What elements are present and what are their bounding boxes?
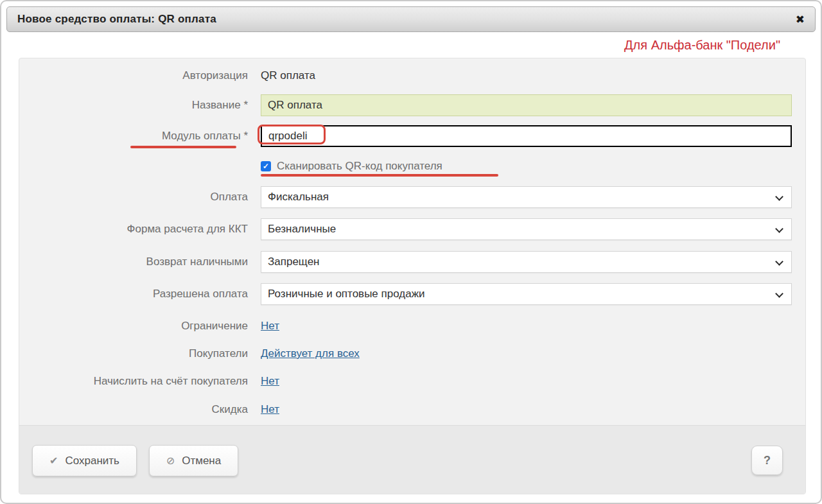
cash-refund-label: Возврат наличными xyxy=(19,256,248,268)
row-discount: Скидка Нет xyxy=(19,402,792,417)
payment-form-panel: Авторизация QR оплата Название * QR опла… xyxy=(19,58,806,494)
cash-refund-select[interactable]: Запрещен xyxy=(261,251,792,273)
annotation-box-module-value xyxy=(258,125,326,144)
ban-icon: ⊘ xyxy=(166,455,175,467)
annotation-underline-scan-qr xyxy=(261,174,498,177)
row-payment-type: Оплата Фискальная xyxy=(19,186,792,208)
module-label: Модуль оплаты * xyxy=(19,130,248,143)
check-icon: ✔ xyxy=(49,455,58,467)
row-cash-refund: Возврат наличными Запрещен xyxy=(19,251,792,273)
close-icon[interactable]: ✖ xyxy=(796,14,805,25)
name-label: Название * xyxy=(19,99,248,112)
payment-type-value: Фискальная xyxy=(268,191,329,204)
row-credit-account: Начислить на счёт покупателя Нет xyxy=(19,374,792,389)
allowed-payment-select[interactable]: Розничные и оптовые продажи xyxy=(261,283,792,305)
cash-refund-value: Запрещен xyxy=(268,256,319,268)
dialog-titlebar: Новое средство оплаты: QR оплата ✖ xyxy=(6,6,816,32)
allowed-payment-label: Разрешена оплата xyxy=(19,288,248,300)
row-authorization: Авторизация QR оплата xyxy=(19,68,792,83)
discount-link[interactable]: Нет xyxy=(261,403,279,415)
row-scan-qr: ✓ Сканировать QR-код покупателя xyxy=(261,160,442,173)
save-button-label: Сохранить xyxy=(65,455,119,467)
help-button[interactable]: ? xyxy=(751,446,783,475)
chevron-down-icon xyxy=(775,193,783,201)
scan-qr-label: Сканировать QR-код покупателя xyxy=(277,160,442,173)
customers-link[interactable]: Действует для всех xyxy=(261,347,360,360)
module-input[interactable]: qrpodeli xyxy=(261,125,792,147)
module-label-text: Модуль оплаты * xyxy=(162,130,248,142)
restriction-label: Ограничение xyxy=(19,320,248,333)
cancel-button[interactable]: ⊘ Отмена xyxy=(149,445,238,476)
kkt-form-label: Форма расчета для ККТ xyxy=(19,223,248,236)
annotation-underline-module-label xyxy=(130,146,236,148)
discount-label: Скидка xyxy=(19,403,248,416)
payment-type-select[interactable]: Фискальная xyxy=(261,186,792,208)
credit-account-label: Начислить на счёт покупателя xyxy=(19,375,248,388)
dialog-window: Новое средство оплаты: QR оплата ✖ Для А… xyxy=(0,0,822,504)
kkt-form-select[interactable]: Безналичные xyxy=(261,218,792,240)
restriction-link[interactable]: Нет xyxy=(261,320,279,332)
chevron-down-icon xyxy=(775,225,783,233)
authorization-value: QR оплата xyxy=(261,69,315,82)
name-input[interactable]: QR оплата xyxy=(261,94,792,116)
row-customers: Покупатели Действует для всех xyxy=(19,346,792,361)
dialog-footer: ✔ Сохранить ⊘ Отмена ? xyxy=(19,425,805,494)
scan-qr-checkbox[interactable]: ✓ xyxy=(261,161,271,171)
dialog-title: Новое средство оплаты: QR оплата xyxy=(17,13,216,26)
payment-type-label: Оплата xyxy=(19,191,248,204)
chevron-down-icon xyxy=(775,290,783,298)
save-button[interactable]: ✔ Сохранить xyxy=(32,445,137,476)
row-module: Модуль оплаты * qrpodeli xyxy=(19,125,792,147)
allowed-payment-value: Розничные и оптовые продажи xyxy=(268,288,425,300)
row-kkt-form: Форма расчета для ККТ Безналичные xyxy=(19,218,792,240)
customers-label: Покупатели xyxy=(19,347,248,360)
cancel-button-label: Отмена xyxy=(182,455,221,467)
authorization-label: Авторизация xyxy=(19,69,248,82)
row-name: Название * QR оплата xyxy=(19,94,792,116)
row-restriction: Ограничение Нет xyxy=(19,318,792,334)
kkt-form-value: Безналичные xyxy=(268,223,336,236)
row-allowed-payment: Разрешена оплата Розничные и оптовые про… xyxy=(19,283,792,305)
chevron-down-icon xyxy=(775,257,783,266)
annotation-note: Для Альфа-банк "Подели" xyxy=(624,38,780,53)
credit-account-link[interactable]: Нет xyxy=(261,375,279,387)
